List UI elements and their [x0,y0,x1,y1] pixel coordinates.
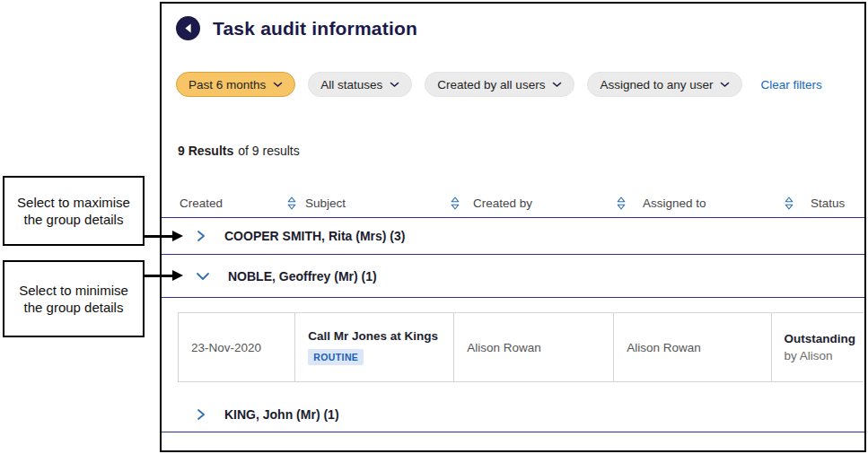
column-header-assigned-to[interactable]: Assigned to [643,188,793,217]
filter-chip-created-by[interactable]: Created by all users [425,72,574,97]
results-suffix: of 9 results [238,144,299,158]
sort-icon[interactable] [617,196,626,210]
arrow-shaft [144,275,173,277]
priority-badge: ROUTINE [308,349,364,365]
filter-bar: Past 6 months All statuses Created by al… [176,72,822,97]
cell-created-by: Alison Rowan [454,313,614,381]
group-name: KING, John (Mr) (1) [224,407,339,422]
column-label: Status [811,196,845,210]
cell-status: Outstanding by Alison [772,313,864,381]
chevron-down-icon[interactable] [196,271,210,282]
column-label: Assigned to [643,196,706,210]
created-by-name: Alison Rowan [467,341,601,354]
sort-icon[interactable] [785,196,793,210]
filter-chip-label: All statuses [320,78,382,92]
assigned-to-name: Alison Rowan [627,341,758,354]
screenshot-canvas: Select to maximise the group details Sel… [0,0,868,454]
filter-chip-label: Created by all users [437,78,545,92]
column-header-created[interactable]: Created [180,188,296,217]
annotation-minimise-text: Select to minimise the group details [12,282,136,317]
arrow-head-icon [172,270,183,281]
status-value: Outstanding [785,332,852,345]
results-summary: 9 Resultsof 9 results [178,144,300,158]
column-label: Created [180,196,223,210]
task-subject: Call Mr Jones at Kings [308,329,441,343]
group-name: COOPER SMITH, Rita (Mrs) (3) [224,229,405,243]
arrow-left-icon [181,22,195,35]
annotation-maximise-note: Select to maximise the group details [3,176,145,246]
group-row-noble[interactable]: NOBLE, Geoffrey (Mr) (1) [162,255,864,298]
created-date: 23-Nov-2020 [191,341,282,354]
clear-filters-link[interactable]: Clear filters [760,78,821,92]
cell-created: 23-Nov-2020 [179,313,295,381]
column-header-created-by[interactable]: Created by [473,188,626,217]
page-title: Task audit information [213,18,417,39]
chevron-down-icon [720,82,730,88]
column-label: Created by [473,196,532,210]
column-header-subject[interactable]: Subject [305,188,460,217]
arrow-head-icon [172,231,183,241]
chevron-down-icon [390,82,399,88]
chevron-right-icon[interactable] [196,408,206,421]
cell-assigned-to: Alison Rowan [614,313,771,381]
chevron-right-icon[interactable] [196,230,206,242]
chevron-down-icon [552,82,562,88]
annotation-arrow-minimise [144,270,183,282]
filter-chip-status[interactable]: All statuses [308,72,412,97]
column-label: Subject [305,196,346,210]
table-header-row: Created Subject Created by Assigned to [162,188,864,218]
group-row-king[interactable]: KING, John (Mr) (1) [162,397,864,432]
task-audit-panel: Task audit information Past 6 months All… [160,2,866,452]
annotation-arrow-maximise [144,231,183,242]
task-detail-row[interactable]: 23-Nov-2020 Call Mr Jones at Kings ROUTI… [178,312,864,382]
sort-icon[interactable] [287,196,296,210]
annotation-minimise-note: Select to minimise the group details [3,260,145,337]
filter-chip-label: Assigned to any user [600,78,713,92]
panel-header: Task audit information [176,16,417,40]
column-header-status[interactable]: Status [811,188,864,217]
group-row-cooper-smith[interactable]: COOPER SMITH, Rita (Mrs) (3) [162,218,864,255]
status-subtext: by Alison [785,349,852,362]
arrow-shaft [144,235,173,238]
back-button[interactable] [176,16,200,40]
sort-icon[interactable] [451,196,460,210]
cell-subject: Call Mr Jones at Kings ROUTINE [295,313,454,381]
annotation-maximise-text: Select to maximise the group details [12,194,136,229]
results-count: 9 Results [178,144,233,158]
filter-chip-date-range[interactable]: Past 6 months [176,72,295,97]
chevron-down-icon [273,82,283,88]
filter-chip-label: Past 6 months [189,78,266,92]
group-name: NOBLE, Geoffrey (Mr) (1) [228,269,377,284]
filter-chip-assigned-to[interactable]: Assigned to any user [587,72,742,97]
